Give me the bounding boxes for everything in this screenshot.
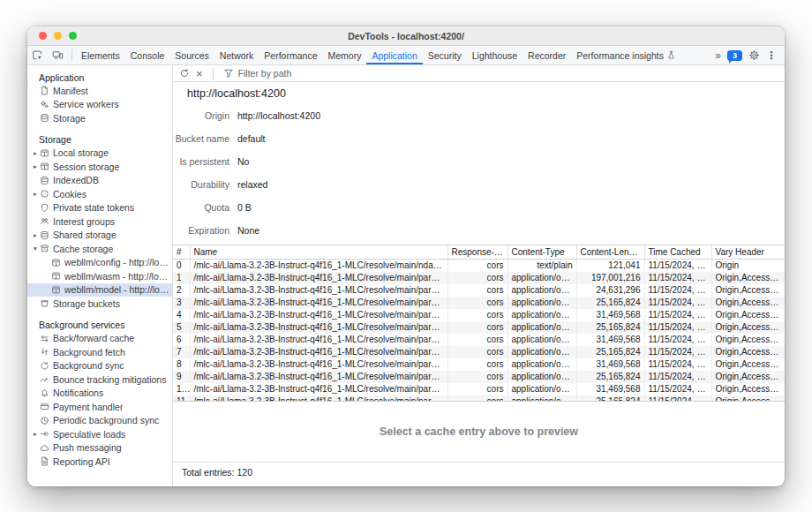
column-header-content-length[interactable]: Content-Length [576, 245, 644, 259]
column-header-response-type[interactable]: Response-Type [447, 245, 508, 259]
tab-elements[interactable]: Elements [76, 46, 125, 64]
column-header-index[interactable]: # [173, 245, 190, 259]
filter-input[interactable]: Filter by path [223, 68, 292, 79]
sidebar-item-manifest[interactable]: Manifest [27, 84, 172, 98]
cache-entry-row[interactable]: 4/mlc-ai/Llama-3.2-3B-Instruct-q4f16_1-M… [173, 309, 785, 321]
sidebar-item-local-storage[interactable]: ▸Local storage [27, 147, 172, 161]
tab-recorder[interactable]: Recorder [523, 46, 571, 64]
cell-time-cached: 11/15/2024, 10… [644, 284, 711, 297]
sidebar-section-title[interactable]: Application [27, 71, 172, 84]
tab-network[interactable]: Network [214, 46, 259, 64]
cache-entry-row[interactable]: 7/mlc-ai/Llama-3.2-3B-Instruct-q4f16_1-M… [173, 346, 785, 358]
cell-content-type: application/oc… [508, 284, 576, 297]
column-header-content-type[interactable]: Content-Type [508, 245, 576, 259]
cache-entry-row[interactable]: 10/mlc-ai/Llama-3.2-3B-Instruct-q4f16_1-… [173, 383, 785, 395]
database-icon [40, 230, 49, 240]
metadata-value: relaxed [237, 179, 267, 190]
sidebar-item-reporting-api[interactable]: Reporting API [27, 455, 172, 469]
cell-vary: Origin [711, 259, 785, 272]
more-tabs-button[interactable]: » [715, 49, 721, 62]
tab-performance[interactable]: Performance [259, 46, 322, 64]
sidebar-item-background-sync[interactable]: Background sync [27, 359, 172, 373]
messages-badge[interactable]: 3 [727, 50, 742, 61]
bucket-icon [40, 298, 49, 308]
column-header-name[interactable]: Name [190, 245, 447, 259]
cache-entry-row[interactable]: 6/mlc-ai/Llama-3.2-3B-Instruct-q4f16_1-M… [173, 334, 785, 346]
sidebar-item-speculative-loads[interactable]: ▸Speculative loads [27, 427, 172, 441]
sidebar-item-webllm-config-http-loc[interactable]: webllm/config - http://loc… [27, 256, 172, 270]
tab-sources[interactable]: Sources [169, 46, 214, 64]
sidebar-item-periodic-background-sync[interactable]: Periodic background sync [27, 414, 172, 428]
tab-security[interactable]: Security [423, 46, 467, 64]
sidebar-item-interest-groups[interactable]: Interest groups [27, 215, 172, 229]
cache-entry-row[interactable]: 5/mlc-ai/Llama-3.2-3B-Instruct-q4f16_1-M… [173, 321, 785, 334]
chevron-down-icon[interactable]: ▾ [31, 245, 40, 252]
sidebar-item-cache-storage[interactable]: ▾Cache storage [27, 242, 172, 256]
database-icon [40, 176, 49, 185]
settings-gear-icon[interactable] [748, 49, 760, 61]
tab-lighthouse[interactable]: Lighthouse [467, 46, 523, 64]
metadata-label: Is persistent [173, 156, 229, 167]
sidebar-item-notifications[interactable]: Notifications [27, 387, 172, 401]
chevron-right-icon[interactable]: ▸ [31, 231, 40, 239]
sidebar-item-webllm-wasm-http-loca[interactable]: webllm/wasm - http://loca… [27, 269, 172, 283]
chevron-right-icon[interactable]: ▸ [31, 190, 40, 198]
sidebar-item-indexeddb[interactable]: IndexedDB [27, 174, 172, 188]
cache-entry-row[interactable]: 3/mlc-ai/Llama-3.2-3B-Instruct-q4f16_1-M… [173, 297, 785, 309]
cell-content-length: 31,469,568 [576, 383, 644, 395]
cache-entry-row[interactable]: 1/mlc-ai/Llama-3.2-3B-Instruct-q4f16_1-M… [173, 272, 785, 284]
cell-idx: 7 [173, 346, 190, 358]
tab-label: Performance insights [576, 50, 664, 61]
tab-memory[interactable]: Memory [322, 46, 366, 64]
chevron-right-icon[interactable]: ▸ [31, 162, 40, 170]
cookie-icon [40, 189, 49, 199]
sidebar-section-title[interactable]: Storage [27, 133, 172, 147]
fetch-arrows-icon [40, 347, 49, 357]
sidebar-item-service-workers[interactable]: Service workers [27, 98, 172, 112]
sidebar-item-background-fetch[interactable]: Background fetch [27, 345, 172, 359]
window-titlebar[interactable]: DevTools - localhost:4200/ [27, 26, 785, 46]
delete-selected-icon[interactable]: × [196, 68, 203, 79]
device-toolbar-icon[interactable] [48, 46, 68, 64]
cell-vary: Origin,Access… [711, 284, 785, 297]
chevron-right-icon[interactable]: ▸ [31, 430, 40, 438]
sidebar-item-storage[interactable]: Storage [27, 111, 172, 125]
cell-time-cached: 11/15/2024, 10… [644, 371, 711, 383]
tab-performance-insights[interactable]: Performance insights [571, 46, 681, 64]
sidebar-item-storage-buckets[interactable]: Storage buckets [27, 297, 172, 311]
chevron-right-icon[interactable]: ▸ [31, 149, 40, 157]
sidebar-item-webllm-model-http-loc[interactable]: webllm/model - http://loc… [27, 283, 172, 297]
tab-application[interactable]: Application [366, 46, 422, 64]
metadata-value: 0 B [237, 202, 252, 213]
sidebar-item-push-messaging[interactable]: Push messaging [27, 441, 172, 456]
sidebar-item-payment-handler[interactable]: Payment handler [27, 400, 172, 414]
sidebar-section-title[interactable]: Background services [27, 319, 172, 332]
sidebar-item-cookies[interactable]: ▸Cookies [27, 187, 172, 201]
panel-tabs: ElementsConsoleSourcesNetworkPerformance… [76, 46, 681, 64]
cache-entry-row[interactable]: 0/mlc-ai/Llama-3.2-3B-Instruct-q4f16_1-M… [173, 259, 785, 272]
inspect-element-icon[interactable] [27, 46, 48, 64]
metadata-row: Quota0 B [173, 196, 785, 219]
sidebar-item-shared-storage[interactable]: ▸Shared storage [27, 229, 172, 243]
column-header-vary-header[interactable]: Vary Header [711, 245, 785, 259]
tab-console[interactable]: Console [125, 46, 170, 64]
cache-entry-row[interactable]: 8/mlc-ai/Llama-3.2-3B-Instruct-q4f16_1-M… [173, 358, 785, 371]
cell-idx: 2 [173, 284, 190, 297]
sidebar-item-label: Storage [53, 113, 86, 124]
cache-entry-row[interactable]: 9/mlc-ai/Llama-3.2-3B-Instruct-q4f16_1-M… [173, 371, 785, 383]
sidebar-item-private-state-tokens[interactable]: Private state tokens [27, 201, 172, 215]
cell-content-type: application/oc… [508, 371, 576, 383]
column-header-time-cached[interactable]: Time Cached [644, 245, 711, 259]
messages-count: 3 [733, 51, 737, 60]
metadata-label: Bucket name [173, 133, 229, 144]
kebab-menu-icon[interactable]: ⋮ [766, 49, 777, 62]
cache-entry-row[interactable]: 2/mlc-ai/Llama-3.2-3B-Instruct-q4f16_1-M… [173, 284, 785, 297]
sidebar-item-bounce-tracking-mitigations[interactable]: Bounce tracking mitigations [27, 373, 172, 387]
sidebar-item-label: Push messaging [53, 442, 122, 453]
sidebar-item-back-forward-cache[interactable]: Back/forward cache [27, 332, 172, 346]
sidebar-item-session-storage[interactable]: ▸Session storage [27, 160, 172, 174]
cell-name: /mlc-ai/Llama-3.2-3B-Instruct-q4f16_1-ML… [190, 383, 447, 395]
cell-idx: 8 [173, 358, 190, 371]
refresh-icon[interactable] [179, 68, 190, 79]
cell-vary: Origin,Access… [711, 383, 785, 395]
